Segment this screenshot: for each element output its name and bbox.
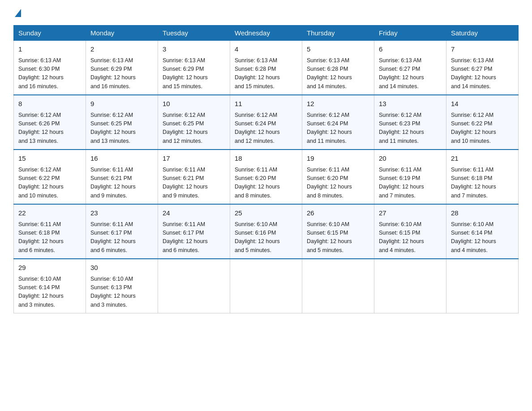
calendar-cell: 21Sunrise: 6:11 AMSunset: 6:18 PMDayligh… [446,150,519,204]
day-info: Sunrise: 6:13 AMSunset: 6:27 PMDaylight:… [451,56,514,91]
day-number: 2 [90,44,153,55]
day-info: Sunrise: 6:10 AMSunset: 6:14 PMDaylight:… [18,275,81,310]
day-number: 16 [90,154,153,164]
day-info: Sunrise: 6:12 AMSunset: 6:22 PMDaylight:… [18,166,81,201]
day-number: 8 [18,99,81,109]
day-info: Sunrise: 6:13 AMSunset: 6:29 PMDaylight:… [163,56,225,91]
day-info: Sunrise: 6:12 AMSunset: 6:25 PMDaylight:… [163,111,225,146]
calendar-cell: 7Sunrise: 6:13 AMSunset: 6:27 PMDaylight… [446,41,519,95]
day-info: Sunrise: 6:10 AMSunset: 6:15 PMDaylight:… [379,220,442,255]
day-info: Sunrise: 6:11 AMSunset: 6:18 PMDaylight:… [451,166,514,201]
day-info: Sunrise: 6:11 AMSunset: 6:20 PMDaylight:… [307,166,369,201]
day-number: 10 [163,99,225,109]
day-number: 11 [235,99,297,109]
day-number: 27 [379,208,442,218]
calendar-cell: 10Sunrise: 6:12 AMSunset: 6:25 PMDayligh… [158,95,230,150]
day-number: 26 [307,208,369,218]
day-number: 23 [90,208,153,218]
day-number: 9 [90,99,153,109]
calendar-week-row: 8Sunrise: 6:12 AMSunset: 6:26 PMDaylight… [14,95,519,150]
calendar-cell: 3Sunrise: 6:13 AMSunset: 6:29 PMDaylight… [158,41,230,95]
calendar-cell: 22Sunrise: 6:11 AMSunset: 6:18 PMDayligh… [14,204,86,259]
day-info: Sunrise: 6:11 AMSunset: 6:20 PMDaylight:… [235,166,297,201]
calendar-cell: 8Sunrise: 6:12 AMSunset: 6:26 PMDaylight… [14,95,86,150]
day-info: Sunrise: 6:10 AMSunset: 6:14 PMDaylight:… [451,220,514,255]
day-info: Sunrise: 6:12 AMSunset: 6:22 PMDaylight:… [451,111,514,146]
calendar-cell: 26Sunrise: 6:10 AMSunset: 6:15 PMDayligh… [302,204,374,259]
calendar-cell: 6Sunrise: 6:13 AMSunset: 6:27 PMDaylight… [374,41,446,95]
calendar-cell: 25Sunrise: 6:10 AMSunset: 6:16 PMDayligh… [230,204,302,259]
day-number: 1 [18,44,81,55]
calendar-cell: 2Sunrise: 6:13 AMSunset: 6:29 PMDaylight… [86,41,158,95]
calendar-cell: 23Sunrise: 6:11 AMSunset: 6:17 PMDayligh… [86,204,158,259]
calendar-cell: 29Sunrise: 6:10 AMSunset: 6:14 PMDayligh… [14,259,86,313]
day-number: 15 [18,154,81,164]
calendar-week-row: 1Sunrise: 6:13 AMSunset: 6:30 PMDaylight… [14,41,519,95]
calendar-cell: 17Sunrise: 6:11 AMSunset: 6:21 PMDayligh… [158,150,230,204]
day-info: Sunrise: 6:12 AMSunset: 6:24 PMDaylight:… [235,111,297,146]
calendar-cell: 12Sunrise: 6:12 AMSunset: 6:24 PMDayligh… [302,95,374,150]
day-number: 28 [451,208,514,218]
page-header [13,9,519,16]
day-info: Sunrise: 6:13 AMSunset: 6:28 PMDaylight:… [307,56,369,91]
day-info: Sunrise: 6:11 AMSunset: 6:18 PMDaylight:… [18,220,81,255]
calendar-cell: 13Sunrise: 6:12 AMSunset: 6:23 PMDayligh… [374,95,446,150]
day-info: Sunrise: 6:11 AMSunset: 6:19 PMDaylight:… [379,166,442,201]
day-number: 7 [451,44,514,55]
day-info: Sunrise: 6:13 AMSunset: 6:27 PMDaylight:… [379,56,442,91]
day-number: 29 [18,263,81,273]
calendar-cell: 27Sunrise: 6:10 AMSunset: 6:15 PMDayligh… [374,204,446,259]
calendar-cell: 19Sunrise: 6:11 AMSunset: 6:20 PMDayligh… [302,150,374,204]
day-number: 19 [307,154,369,164]
logo [13,9,21,16]
calendar-cell: 1Sunrise: 6:13 AMSunset: 6:30 PMDaylight… [14,41,86,95]
col-header-sunday: Sunday [14,26,86,41]
day-number: 5 [307,44,369,55]
calendar-cell: 5Sunrise: 6:13 AMSunset: 6:28 PMDaylight… [302,41,374,95]
calendar-table: SundayMondayTuesdayWednesdayThursdayFrid… [13,25,519,313]
day-info: Sunrise: 6:13 AMSunset: 6:30 PMDaylight:… [18,56,81,91]
day-number: 22 [18,208,81,218]
day-info: Sunrise: 6:13 AMSunset: 6:28 PMDaylight:… [235,56,297,91]
col-header-friday: Friday [374,26,446,41]
day-number: 4 [235,44,297,55]
day-number: 20 [379,154,442,164]
day-info: Sunrise: 6:13 AMSunset: 6:29 PMDaylight:… [90,56,153,91]
day-number: 18 [235,154,297,164]
calendar-week-row: 15Sunrise: 6:12 AMSunset: 6:22 PMDayligh… [14,150,519,204]
calendar-cell: 30Sunrise: 6:10 AMSunset: 6:13 PMDayligh… [86,259,158,313]
day-number: 6 [379,44,442,55]
col-header-tuesday: Tuesday [158,26,230,41]
day-info: Sunrise: 6:10 AMSunset: 6:16 PMDaylight:… [235,220,297,255]
calendar-cell [446,259,519,313]
day-number: 24 [163,208,225,218]
logo-arrow-icon [15,9,21,17]
calendar-cell [230,259,302,313]
day-info: Sunrise: 6:12 AMSunset: 6:25 PMDaylight:… [90,111,153,146]
day-info: Sunrise: 6:12 AMSunset: 6:24 PMDaylight:… [307,111,369,146]
day-number: 3 [163,44,225,55]
calendar-cell: 11Sunrise: 6:12 AMSunset: 6:24 PMDayligh… [230,95,302,150]
calendar-week-row: 29Sunrise: 6:10 AMSunset: 6:14 PMDayligh… [14,259,519,313]
day-number: 21 [451,154,514,164]
calendar-cell: 18Sunrise: 6:11 AMSunset: 6:20 PMDayligh… [230,150,302,204]
calendar-cell: 20Sunrise: 6:11 AMSunset: 6:19 PMDayligh… [374,150,446,204]
day-info: Sunrise: 6:12 AMSunset: 6:23 PMDaylight:… [379,111,442,146]
col-header-saturday: Saturday [446,26,519,41]
col-header-thursday: Thursday [302,26,374,41]
col-header-monday: Monday [86,26,158,41]
calendar-cell: 14Sunrise: 6:12 AMSunset: 6:22 PMDayligh… [446,95,519,150]
day-info: Sunrise: 6:11 AMSunset: 6:21 PMDaylight:… [163,166,225,201]
calendar-cell: 4Sunrise: 6:13 AMSunset: 6:28 PMDaylight… [230,41,302,95]
day-info: Sunrise: 6:10 AMSunset: 6:15 PMDaylight:… [307,220,369,255]
day-number: 17 [163,154,225,164]
calendar-week-row: 22Sunrise: 6:11 AMSunset: 6:18 PMDayligh… [14,204,519,259]
day-number: 25 [235,208,297,218]
day-info: Sunrise: 6:12 AMSunset: 6:26 PMDaylight:… [18,111,81,146]
day-number: 12 [307,99,369,109]
day-info: Sunrise: 6:11 AMSunset: 6:17 PMDaylight:… [90,220,153,255]
col-header-wednesday: Wednesday [230,26,302,41]
day-info: Sunrise: 6:11 AMSunset: 6:21 PMDaylight:… [90,166,153,201]
calendar-cell [158,259,230,313]
calendar-cell [374,259,446,313]
